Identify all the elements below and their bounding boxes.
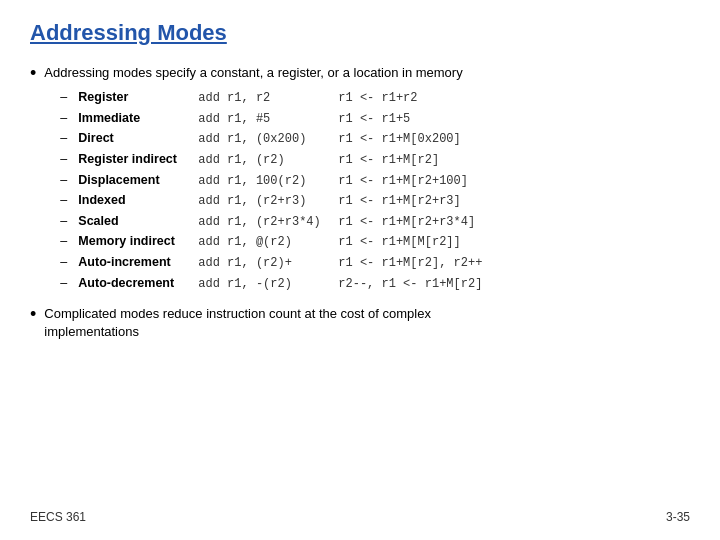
bullet2a: Complicated modes reduce instruction cou… [44, 306, 431, 321]
mode-result: r1 <- r1+M[r2+r3] [338, 192, 460, 211]
table-row: – Immediate add r1, #5 r1 <- r1+5 [60, 109, 482, 129]
table-row: – Displacement add r1, 100(r2) r1 <- r1+… [60, 171, 482, 191]
mode-name: Immediate [78, 109, 198, 128]
dash-icon: – [60, 129, 72, 148]
mode-result: r1 <- r1+M[r2], r2++ [338, 254, 482, 273]
mode-result: r1 <- r1+5 [338, 110, 410, 129]
dash-icon: – [60, 88, 72, 107]
table-row: – Auto-decrement add r1, -(r2) r2--, r1 … [60, 274, 482, 294]
mode-result: r1 <- r1+M[0x200] [338, 130, 460, 149]
table-row: – Auto-increment add r1, (r2)+ r1 <- r1+… [60, 253, 482, 273]
mode-name: Indexed [78, 191, 198, 210]
mode-name: Register indirect [78, 150, 198, 169]
mode-code: add r1, (r2)+ [198, 254, 338, 273]
dash-icon: – [60, 212, 72, 231]
footer-left: EECS 361 [30, 510, 86, 524]
dash-icon: – [60, 232, 72, 251]
table-row: – Direct add r1, (0x200) r1 <- r1+M[0x20… [60, 129, 482, 149]
mode-name: Register [78, 88, 198, 107]
intro-text: Addressing modes specify a constant, a r… [44, 65, 462, 80]
modes-table: – Register add r1, r2 r1 <- r1+r2 – Imme… [60, 88, 482, 293]
table-row: – Scaled add r1, (r2+r3*4) r1 <- r1+M[r2… [60, 212, 482, 232]
mode-result: r1 <- r1+M[M[r2]] [338, 233, 460, 252]
dash-icon: – [60, 191, 72, 210]
mode-code: add r1, 100(r2) [198, 172, 338, 191]
mode-name: Direct [78, 129, 198, 148]
bullet-1: • Addressing modes specify a constant, a… [30, 64, 690, 297]
dash-icon: – [60, 171, 72, 190]
slide: Addressing Modes • Addressing modes spec… [0, 0, 720, 540]
mode-result: r1 <- r1+M[r2+r3*4] [338, 213, 475, 232]
slide-title: Addressing Modes [30, 20, 690, 46]
dash-icon: – [60, 150, 72, 169]
mode-result: r1 <- r1+M[r2] [338, 151, 439, 170]
footer: EECS 361 3-35 [30, 510, 690, 524]
table-row: – Register add r1, r2 r1 <- r1+r2 [60, 88, 482, 108]
mode-code: add r1, (0x200) [198, 130, 338, 149]
bullet-1-content: Addressing modes specify a constant, a r… [44, 64, 482, 297]
table-row: – Memory indirect add r1, @(r2) r1 <- r1… [60, 232, 482, 252]
mode-code: add r1, (r2) [198, 151, 338, 170]
bullet-2-content: Complicated modes reduce instruction cou… [44, 305, 431, 341]
mode-code: add r1, (r2+r3*4) [198, 213, 338, 232]
bullet-2: • Complicated modes reduce instruction c… [30, 305, 690, 341]
mode-code: add r1, (r2+r3) [198, 192, 338, 211]
table-row: – Register indirect add r1, (r2) r1 <- r… [60, 150, 482, 170]
mode-name: Auto-decrement [78, 274, 198, 293]
dash-icon: – [60, 253, 72, 272]
mode-name: Scaled [78, 212, 198, 231]
dash-icon: – [60, 109, 72, 128]
mode-result: r1 <- r1+M[r2+100] [338, 172, 468, 191]
mode-code: add r1, r2 [198, 89, 338, 108]
mode-result: r2--, r1 <- r1+M[r2] [338, 275, 482, 294]
bullet-dot-1: • [30, 62, 36, 85]
mode-name: Displacement [78, 171, 198, 190]
mode-name: Memory indirect [78, 232, 198, 251]
table-row: – Indexed add r1, (r2+r3) r1 <- r1+M[r2+… [60, 191, 482, 211]
bullet-dot-2: • [30, 303, 36, 326]
mode-code: add r1, -(r2) [198, 275, 338, 294]
mode-result: r1 <- r1+r2 [338, 89, 417, 108]
bullet2b: implementations [44, 324, 139, 339]
mode-name: Auto-increment [78, 253, 198, 272]
dash-icon: – [60, 274, 72, 293]
footer-right: 3-35 [666, 510, 690, 524]
mode-code: add r1, @(r2) [198, 233, 338, 252]
mode-code: add r1, #5 [198, 110, 338, 129]
